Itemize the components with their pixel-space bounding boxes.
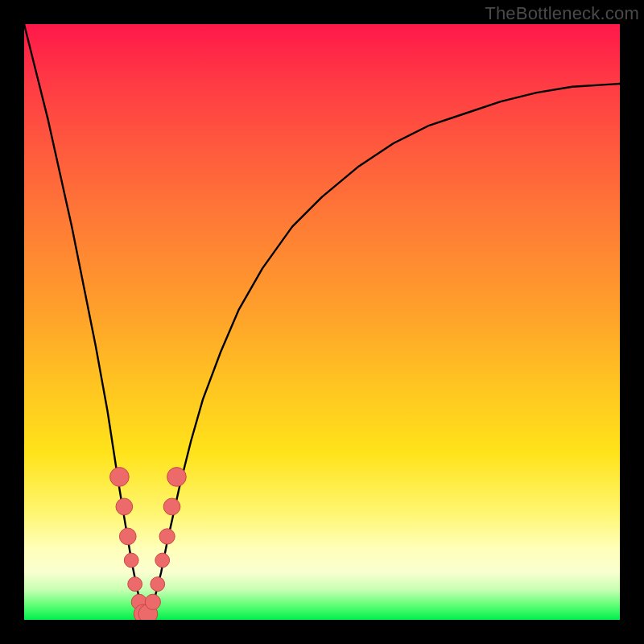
curve-marker: [167, 468, 187, 487]
curve-marker: [155, 553, 170, 568]
plot-area: [24, 24, 620, 620]
curve-marker: [116, 498, 133, 515]
curve-marker: [124, 553, 138, 568]
curve-marker: [159, 529, 175, 544]
watermark-text: TheBottleneck.com: [485, 3, 639, 24]
curve-marker: [119, 528, 136, 545]
curve-markers: [110, 468, 187, 620]
bottleneck-curve: [24, 24, 620, 614]
curve-marker: [128, 577, 142, 592]
curve-marker: [110, 468, 130, 487]
bottleneck-curve-svg: [24, 24, 620, 620]
curve-marker: [151, 577, 165, 592]
curve-marker: [163, 498, 180, 515]
chart-frame: TheBottleneck.com: [0, 0, 644, 644]
curve-marker: [145, 594, 160, 609]
